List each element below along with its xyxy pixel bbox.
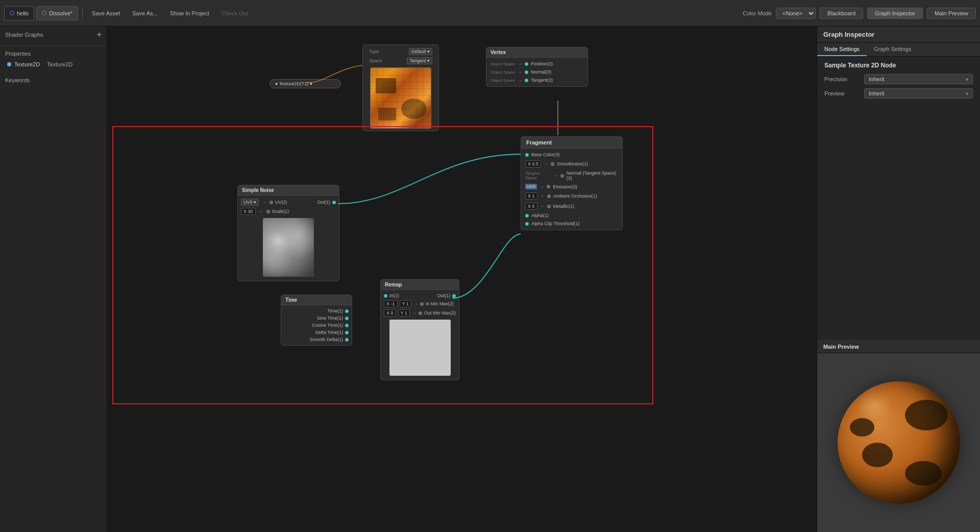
property-name: Texture2D <box>47 61 72 67</box>
remap-body: In(1) Out(1) X -1 Y 1 → In Min Max(2) X … <box>381 290 459 380</box>
smoothness-arrow: → <box>544 161 548 166</box>
vertex-arrow-1: → <box>518 61 522 66</box>
check-out-button[interactable]: Check Out <box>216 8 253 18</box>
tab-dissolve-label: Dissolve* <box>49 10 72 16</box>
simple-noise-uv-row: UV0 ▾ → UV(2) Out(1) <box>238 198 339 207</box>
hello-tab-icon: ⬡ <box>10 10 15 16</box>
tab-dissolve[interactable]: ⬡ Dissolve* <box>36 6 78 20</box>
fragment-emission-row: HDR → Emission(3) <box>521 182 622 191</box>
time-node[interactable]: Time Time(1) Sine Time(1) Cosine Time(1) <box>281 295 352 346</box>
uv-arrow: → <box>262 200 266 205</box>
preview-dropdown[interactable]: Inherit ▾ <box>864 88 973 99</box>
remap-y2[interactable]: Y 1 <box>398 309 410 317</box>
type-dropdown[interactable]: Default ▾ <box>409 48 432 55</box>
emission-dot <box>547 185 550 188</box>
simple-noise-node[interactable]: Simple Noise UV0 ▾ → UV(2) Out(1) X 30 →… <box>237 185 339 281</box>
space-dropdown[interactable]: Tangent ▾ <box>407 57 432 64</box>
properties-label: Properties <box>5 51 102 57</box>
vertex-arrow-2: → <box>518 69 522 75</box>
save-asset-button[interactable]: Save Asset <box>87 8 125 18</box>
main-layout: Shader Graphs + Properties Texture2D Tex… <box>0 27 980 532</box>
ao-val[interactable]: X 1 <box>525 192 537 200</box>
uv-dropdown[interactable]: UV0 ▾ <box>241 199 259 206</box>
time-sine-dot <box>345 317 349 320</box>
remap-arrow1: → <box>413 301 418 306</box>
main-preview-title: Main Preview <box>817 341 980 353</box>
sample-texture-node[interactable]: Type Default ▾ Space Tangent ▾ <box>362 44 439 131</box>
preview-row: Preview Inherit ▾ <box>824 88 973 99</box>
normal-label: Normal (Tangent Space)(3) <box>567 171 618 181</box>
preview-arrow: ▾ <box>966 91 968 96</box>
fragment-metallic-row: X 0 → Metallic(1) <box>521 201 622 211</box>
remap-outminmax-dot <box>419 311 422 315</box>
remap-in-label: In(1) <box>389 293 399 298</box>
fragment-node[interactable]: Fragment Base Color(3) X 0.5 → Smoothnes… <box>521 136 623 230</box>
toolbar-right: Color Mode <None> Blackboard Graph Inspe… <box>743 8 976 19</box>
tab-hello[interactable]: ⬡ hello <box>4 6 34 20</box>
globe-sphere <box>838 381 960 504</box>
precision-arrow: ▾ <box>966 77 968 82</box>
vertex-object-space-1: Object Space <box>491 62 515 66</box>
noise-out-dot <box>332 201 336 204</box>
alphaclip-label: Alpha Clip Threshold(1) <box>531 221 579 226</box>
remap-x2[interactable]: X 0 <box>384 309 396 317</box>
ao-label: Ambient Occlusion(1) <box>553 194 597 199</box>
remap-x1[interactable]: X -1 <box>384 300 398 307</box>
vertex-normal-dot <box>525 70 528 74</box>
remap-arrow2: → <box>412 310 416 316</box>
globe-container <box>838 381 960 504</box>
property-dot <box>7 62 11 66</box>
normal-arrow: → <box>553 173 558 178</box>
time-cosine-label: Cosine Time(1) <box>312 323 343 328</box>
save-as-button[interactable]: Save As... <box>127 8 163 18</box>
remap-in-row: In(1) Out(1) <box>381 292 459 299</box>
remap-inminmax-label: In Min Max(2) <box>426 301 454 306</box>
remap-out-dot <box>452 294 456 298</box>
add-shader-graph-button[interactable]: + <box>97 31 102 39</box>
tab-graph-settings[interactable]: Graph Settings <box>867 43 918 56</box>
sidebar-property-texture2d[interactable]: Texture2D Texture2D <box>5 60 102 69</box>
time-cosine-row: Cosine Time(1) <box>281 322 352 329</box>
uv-in-dot <box>270 201 273 204</box>
tab-hello-label: hello <box>17 10 29 16</box>
remap-y1[interactable]: Y 1 <box>400 300 411 307</box>
tab-node-settings[interactable]: Node Settings <box>817 43 867 56</box>
time-time-row: Time(1) <box>281 307 352 315</box>
right-panel: Graph Inspector Node Settings Graph Sett… <box>817 27 980 532</box>
vertex-normal-row: Object Space → Normal(3) <box>486 68 587 76</box>
time-cosine-dot <box>345 324 349 327</box>
uv-label: UV(2) <box>275 200 287 205</box>
metallic-val[interactable]: X 0 <box>525 203 537 210</box>
time-header: Time <box>281 295 352 305</box>
time-sine-row: Sine Time(1) <box>281 315 352 322</box>
scale-x-val[interactable]: X 30 <box>241 208 256 215</box>
ao-dot <box>547 195 551 198</box>
vertex-tangent-label: Tangent(3) <box>531 78 553 83</box>
toolbar: ⬡ hello ⬡ Dissolve* Save Asset Save As..… <box>0 0 980 27</box>
blackboard-button[interactable]: Blackboard <box>820 8 863 19</box>
remap-node[interactable]: Remap In(1) Out(1) X -1 Y 1 → In Min Max… <box>380 279 459 380</box>
fragment-header: Fragment <box>521 137 622 149</box>
time-delta-label: Delta Time(1) <box>315 330 343 335</box>
vertex-tangent-dot <box>525 79 528 82</box>
time-sine-label: Sine Time(1) <box>317 316 343 321</box>
smoothness-val[interactable]: X 0.5 <box>525 160 541 167</box>
preview-value: Inherit <box>869 90 885 96</box>
simple-noise-body: UV0 ▾ → UV(2) Out(1) X 30 → Scale(1) <box>238 196 339 281</box>
inspector-tabs: Node Settings Graph Settings <box>817 43 980 57</box>
smoothness-label: Smoothness(1) <box>557 161 588 166</box>
fragment-ao-row: X 1 → Ambient Occlusion(1) <box>521 191 622 201</box>
precision-dropdown[interactable]: Inherit ▾ <box>864 74 973 84</box>
graph-canvas[interactable]: Type Default ▾ Space Tangent ▾ <box>107 27 817 532</box>
time-delta-dot <box>345 331 349 334</box>
dissolve-tab-icon: ⬡ <box>42 10 47 16</box>
vertex-node[interactable]: Vertex Object Space → Position(3) Object… <box>486 47 588 87</box>
main-preview-area <box>817 353 980 532</box>
emission-arrow: → <box>540 184 544 189</box>
graph-inspector-button[interactable]: Graph Inspector <box>867 8 923 19</box>
show-in-project-button[interactable]: Show In Project <box>165 8 214 18</box>
color-mode-select[interactable]: <None> <box>776 8 816 19</box>
texture2d-pill[interactable]: ● Texture2D(T2) ● <box>270 79 341 88</box>
time-delta-row: Delta Time(1) <box>281 329 352 336</box>
main-preview-button[interactable]: Main Preview <box>927 8 976 19</box>
